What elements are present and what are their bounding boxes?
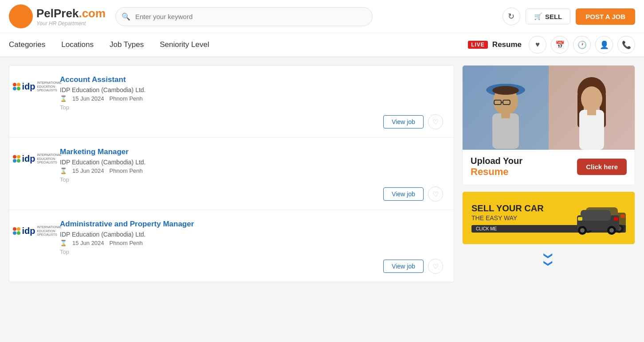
header-right: ↻ 🛒 SELL POST A JOB	[503, 8, 635, 25]
idp-logo: idp INTERNATIONALEDUCATIONSPECIALISTS	[13, 153, 59, 164]
job-info: Marketing Manager IDP Education (Cambodi…	[60, 148, 443, 202]
click-here-button[interactable]: Click here	[577, 159, 627, 175]
person-silhouette-2	[569, 66, 614, 150]
company-logo: idp INTERNATIONALEDUCATIONSPECIALISTS	[20, 75, 52, 98]
nav-right: LIVE Resume ♥ 📅 🕐 👤 📞	[468, 36, 635, 54]
hourglass-icon: ⌛	[60, 240, 67, 246]
hourglass-icon: ⌛	[60, 167, 67, 174]
chevron-down-icon: ❯❯	[543, 252, 554, 267]
idp-logo: idp INTERNATIONALEDUCATIONSPECIALISTS	[13, 225, 59, 237]
job-meta: ⌛ 15 Jun 2024 Phnom Penh	[60, 95, 443, 102]
main-content: idp INTERNATIONALEDUCATIONSPECIALISTS Ac…	[0, 57, 644, 290]
car-ad[interactable]: SELL YOUR CAR THE EASY WAY CLICK ME	[462, 191, 635, 245]
sidebar: Upload Your Resume Click here SELL YOUR …	[462, 65, 635, 282]
job-list: idp INTERNATIONALEDUCATIONSPECIALISTS Ac…	[9, 65, 454, 282]
job-info: Administrative and Property Manager IDP …	[60, 220, 443, 274]
sell-button[interactable]: 🛒 SELL	[526, 8, 570, 24]
hourglass-icon: ⌛	[60, 95, 67, 102]
resume-person-2	[549, 66, 635, 150]
cars-svg	[559, 199, 630, 235]
company-logo: idp INTERNATIONALEDUCATIONSPECIALISTS	[20, 148, 52, 171]
view-job-button[interactable]: View job	[383, 260, 424, 273]
svg-rect-13	[579, 110, 604, 150]
nav-job-types[interactable]: Job Types	[110, 33, 144, 56]
svg-rect-24	[581, 210, 611, 221]
resume-label: Resume	[492, 40, 522, 49]
save-job-button[interactable]: ♡	[428, 187, 443, 202]
job-company: IDP Education (Cambodia) Ltd.	[60, 159, 443, 166]
phone-button[interactable]: 📞	[617, 36, 635, 54]
save-job-button[interactable]: ♡	[428, 259, 443, 274]
cart-icon: 🛒	[534, 12, 542, 20]
view-job-button[interactable]: View job	[383, 115, 424, 128]
logo[interactable]: PelPrek.com Your HR Department	[9, 4, 106, 28]
logo-circle	[9, 4, 33, 28]
job-actions: View job ♡	[60, 187, 443, 202]
live-badge: LIVE	[468, 41, 488, 49]
job-company: IDP Education (Cambodia) Ltd.	[60, 86, 443, 93]
svg-point-28	[609, 228, 614, 233]
svg-point-6	[492, 86, 519, 95]
history-button[interactable]: 🕐	[573, 36, 591, 54]
svg-point-12	[581, 86, 602, 111]
svg-rect-22	[620, 214, 625, 218]
table-row: idp INTERNATIONALEDUCATIONSPECIALISTS Ma…	[9, 138, 454, 210]
resume-ad-bottom: Upload Your Resume Click here	[463, 150, 635, 185]
job-title[interactable]: Account Assistant	[60, 75, 443, 84]
job-actions: View job ♡	[60, 259, 443, 274]
post-job-button[interactable]: POST A JOB	[576, 8, 635, 25]
company-logo: idp INTERNATIONALEDUCATIONSPECIALISTS	[20, 220, 52, 243]
save-job-button[interactable]: ♡	[428, 114, 443, 129]
search-icon: 🔍	[122, 12, 130, 21]
nav-seniority-level[interactable]: Seniority Level	[160, 33, 209, 56]
search-input[interactable]	[115, 7, 373, 26]
view-job-button[interactable]: View job	[383, 187, 424, 201]
svg-rect-8	[501, 112, 510, 118]
svg-point-26	[580, 228, 585, 233]
nav-categories[interactable]: Categories	[9, 33, 45, 56]
profile-button[interactable]: 👤	[595, 36, 613, 54]
search-bar: 🔍	[115, 7, 373, 26]
job-title[interactable]: Administrative and Property Manager	[60, 220, 443, 229]
job-title[interactable]: Marketing Manager	[60, 148, 443, 156]
resume-person-1	[463, 66, 549, 150]
job-info: Account Assistant IDP Education (Cambodi…	[60, 75, 443, 129]
svg-rect-30	[614, 217, 618, 221]
upload-text: Upload Your	[471, 156, 522, 166]
table-row: idp INTERNATIONALEDUCATIONSPECIALISTS Ad…	[9, 210, 454, 282]
resume-ad: Upload Your Resume Click here	[462, 65, 635, 185]
idp-logo: idp INTERNATIONALEDUCATIONSPECIALISTS	[13, 81, 59, 92]
upload-resume: Resume	[471, 166, 522, 178]
job-meta: ⌛ 15 Jun 2024 Phnom Penh	[60, 240, 443, 246]
logo-name: PelPrek.com	[36, 7, 106, 20]
nav-locations[interactable]: Locations	[61, 33, 94, 56]
nav-links: Categories Locations Job Types Seniority…	[9, 33, 468, 56]
svg-rect-29	[578, 217, 582, 221]
job-actions: View job ♡	[60, 114, 443, 129]
resume-ad-images	[463, 66, 635, 150]
svg-rect-7	[492, 113, 519, 149]
nav-bar: Categories Locations Job Types Seniority…	[0, 33, 644, 57]
chevron-down-area: ❯❯	[462, 251, 635, 268]
svg-rect-14	[587, 110, 596, 115]
calendar-button[interactable]: 📅	[551, 36, 569, 54]
job-company: IDP Education (Cambodia) Ltd.	[60, 231, 443, 238]
table-row: idp INTERNATIONALEDUCATIONSPECIALISTS Ac…	[9, 66, 454, 138]
header: PelPrek.com Your HR Department 🔍 ↻ 🛒 SEL…	[0, 0, 644, 33]
logo-tagline: Your HR Department	[36, 20, 106, 27]
job-tag: Top	[60, 249, 443, 255]
job-tag: Top	[60, 104, 443, 111]
favorites-button[interactable]: ♥	[529, 36, 546, 54]
job-meta: ⌛ 15 Jun 2024 Phnom Penh	[60, 167, 443, 174]
refresh-button[interactable]: ↻	[503, 8, 520, 25]
person-silhouette-1	[483, 66, 528, 150]
job-tag: Top	[60, 176, 443, 183]
